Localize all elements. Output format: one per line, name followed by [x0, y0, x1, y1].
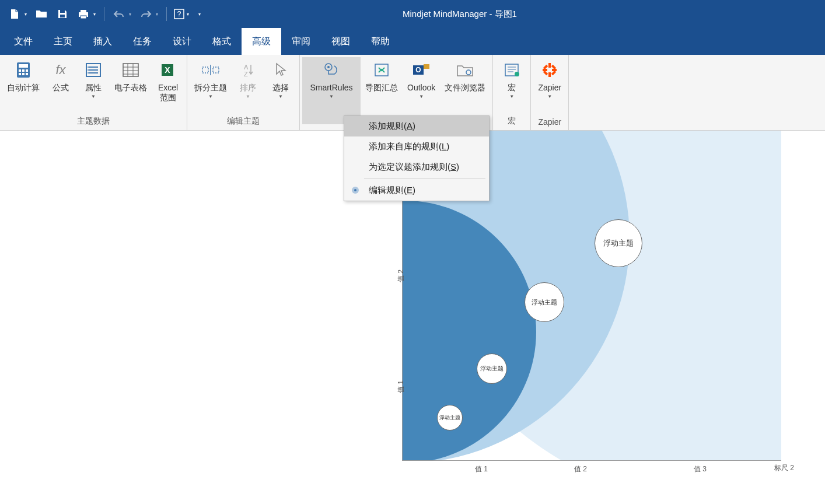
tab-review[interactable]: 审阅 [281, 28, 321, 55]
toolbar-separator [104, 7, 104, 21]
select-button[interactable]: 选择▼ [264, 57, 297, 114]
undo-button[interactable] [109, 4, 129, 24]
svg-point-20 [88, 69, 89, 71]
dd-add-for-selected[interactable]: 为选定议题添加规则(S) [344, 157, 489, 177]
dd-add-rule[interactable]: 添加规则(A) [344, 116, 489, 136]
quick-access-toolbar: ▾ ▾ ▾ ▾ ? ▾ ▾ [5, 4, 204, 24]
y-tick-1: 值 1 [396, 380, 406, 393]
bubble-topic[interactable]: 浮动主题 [595, 219, 642, 267]
group-label: 主题数据 [0, 114, 187, 130]
sort-button: AZ排序▼ [232, 57, 264, 114]
dd-edit-rules[interactable]: 编辑规则(E) [344, 180, 489, 201]
new-file-button[interactable] [5, 4, 25, 24]
tab-help[interactable]: 帮助 [361, 28, 400, 55]
svg-rect-48 [548, 72, 551, 77]
svg-rect-30 [202, 67, 208, 73]
qat-customize[interactable]: ▾ [198, 12, 204, 17]
svg-point-21 [88, 72, 89, 74]
zapier-icon [539, 60, 560, 80]
bubble-topic[interactable]: 浮动主题 [477, 354, 507, 384]
help-button[interactable]: ? [172, 4, 187, 24]
fx-icon: fx [50, 60, 71, 80]
print-button[interactable] [74, 4, 93, 24]
split-topic-button[interactable]: 拆分主题▼ [190, 57, 232, 114]
tab-home[interactable]: 主页 [43, 28, 83, 55]
x-tick-2: 值 2 [574, 464, 587, 474]
help-dropdown[interactable]: ▾ [187, 12, 193, 17]
file-browser-button[interactable]: 文件浏览器 [440, 57, 490, 124]
cursor-icon [270, 60, 291, 80]
svg-rect-8 [19, 64, 28, 68]
dropdown-arrow-icon: ▼ [246, 94, 250, 99]
tab-file[interactable]: 文件 [4, 28, 43, 55]
redo-button[interactable] [136, 4, 156, 24]
svg-text:X: X [165, 65, 170, 75]
calculator-icon [13, 60, 34, 80]
tab-design[interactable]: 设计 [162, 28, 202, 55]
svg-rect-54 [551, 65, 556, 69]
window-title: Mindjet MindManager - 导图1 [204, 9, 715, 20]
svg-text:A: A [244, 64, 249, 71]
save-button[interactable] [53, 4, 72, 24]
svg-rect-51 [543, 65, 548, 69]
edit-rules-icon [350, 185, 361, 195]
macro-button[interactable]: 宏▼ [495, 57, 528, 114]
svg-rect-10 [22, 69, 25, 72]
svg-text:?: ? [177, 10, 181, 18]
x-tick-1: 值 1 [475, 464, 488, 474]
toolbar-separator [166, 7, 167, 21]
formula-button[interactable]: fx公式 [44, 57, 77, 114]
zapier-button[interactable]: Zapier▼ [533, 57, 566, 115]
svg-rect-12 [19, 73, 21, 75]
dropdown-arrow-icon: ▼ [329, 94, 334, 99]
x-axis-label: 标尺 2 [774, 463, 794, 473]
folder-gear-icon [455, 60, 476, 80]
tab-task[interactable]: 任务 [123, 28, 162, 55]
svg-rect-3 [81, 10, 86, 13]
svg-rect-47 [548, 63, 551, 68]
dropdown-separator [364, 178, 485, 179]
tab-format[interactable]: 格式 [202, 28, 242, 55]
split-icon [200, 60, 221, 80]
bubble-topic[interactable]: 浮动主题 [525, 282, 564, 322]
tab-insert[interactable]: 插入 [83, 28, 123, 55]
tab-advanced[interactable]: 高级 [242, 28, 281, 55]
bubble-topic[interactable]: 浮动主题 [437, 405, 463, 430]
spreadsheet-button[interactable]: 电子表格 [110, 57, 152, 114]
rollup-icon [371, 60, 392, 80]
excel-range-button[interactable]: XExcel 范围 [152, 57, 184, 114]
svg-text:Z: Z [244, 71, 248, 78]
new-file-dropdown[interactable]: ▾ [25, 12, 30, 17]
outlook-button[interactable]: OOutlook▼ [403, 57, 440, 124]
smartrules-button[interactable]: SmartRules▼ [302, 57, 361, 124]
undo-dropdown[interactable]: ▾ [129, 12, 135, 17]
outlook-icon: O [411, 60, 432, 80]
dropdown-arrow-icon: ▼ [278, 94, 283, 99]
group-label: 编辑主题 [187, 114, 299, 130]
redo-dropdown[interactable]: ▾ [156, 12, 162, 17]
print-dropdown[interactable]: ▾ [93, 12, 99, 17]
svg-rect-52 [551, 71, 556, 75]
svg-point-56 [354, 189, 356, 191]
auto-calc-button[interactable]: 自动计算 [2, 57, 44, 114]
svg-rect-1 [60, 15, 65, 18]
svg-text:O: O [415, 66, 421, 74]
dropdown-arrow-icon: ▼ [509, 94, 514, 99]
open-file-button[interactable] [32, 4, 51, 24]
tab-view[interactable]: 视图 [321, 28, 361, 55]
svg-point-41 [466, 70, 471, 75]
svg-rect-40 [424, 64, 429, 69]
svg-rect-22 [123, 64, 138, 76]
list-icon [83, 60, 104, 80]
menu-bar: 文件 主页 插入 任务 设计 格式 高级 审阅 视图 帮助 [0, 28, 825, 55]
svg-rect-13 [22, 73, 25, 75]
dropdown-arrow-icon: ▼ [208, 94, 213, 99]
dropdown-arrow-icon: ▼ [419, 94, 424, 99]
svg-rect-31 [213, 67, 219, 73]
map-rollup-button[interactable]: 导图汇总 [361, 57, 403, 124]
svg-rect-11 [26, 69, 28, 72]
properties-button[interactable]: 属性▼ [77, 57, 110, 114]
ribbon-group-macro: 宏▼ 宏 [493, 55, 531, 130]
dd-add-from-library[interactable]: 添加来自库的规则(L) [344, 136, 489, 157]
svg-rect-4 [81, 16, 86, 19]
